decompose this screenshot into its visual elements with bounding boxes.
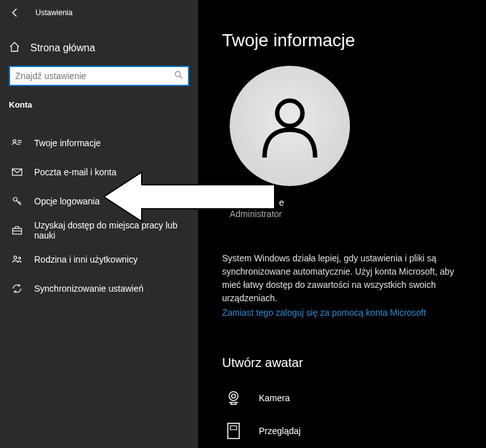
home-link[interactable]: Strona główna	[0, 35, 198, 61]
search-icon	[174, 70, 183, 82]
svg-point-13	[229, 392, 238, 401]
sync-icon	[11, 283, 23, 294]
nav-signin-options[interactable]: Opcje logowania	[0, 187, 198, 216]
nav-family[interactable]: Rodzina i inni użytkownicy	[0, 245, 198, 274]
svg-point-0	[175, 72, 180, 77]
home-icon	[9, 41, 20, 55]
page-title: Twoje informacje	[222, 30, 473, 51]
briefcase-icon	[11, 225, 23, 236]
nav-label: Opcje logowania	[34, 196, 100, 206]
account-name: e	[279, 197, 473, 208]
svg-point-12	[277, 101, 302, 126]
svg-point-10	[14, 256, 17, 259]
search-box[interactable]	[9, 66, 189, 86]
nav-your-info[interactable]: Twoje informacje	[0, 128, 198, 158]
nav-list: Twoje informacje Poczta e-mail i konta O…	[0, 128, 198, 303]
create-avatar-heading: Utwórz awatar	[222, 356, 473, 370]
people-icon	[11, 254, 23, 265]
key-icon	[11, 196, 23, 207]
profile-avatar	[230, 66, 350, 186]
nav-label: Twoje informacje	[34, 138, 101, 148]
nav-email[interactable]: Poczta e-mail i konta	[0, 158, 198, 187]
search-input[interactable]	[10, 67, 188, 85]
sync-description: System Windows działa lepiej, gdy ustawi…	[222, 252, 473, 305]
person-card-icon	[11, 137, 23, 149]
signin-microsoft-link[interactable]: Zamiast tego zaloguj się za pomocą konta…	[222, 308, 473, 318]
content-pane: Twoje informacje e Administrator System …	[198, 0, 486, 448]
back-button[interactable]	[8, 5, 23, 20]
svg-point-2	[13, 140, 16, 142]
nav-work-access[interactable]: Uzyskaj dostęp do miejsca pracy lub nauk…	[0, 216, 198, 245]
mail-icon	[11, 166, 23, 178]
nav-sync[interactable]: Synchronizowanie ustawień	[0, 274, 198, 303]
window-title: Ustawienia	[35, 8, 73, 17]
svg-point-14	[232, 394, 235, 398]
titlebar: Ustawienia	[0, 0, 198, 25]
person-icon	[252, 88, 328, 164]
nav-label: Poczta e-mail i konta	[34, 167, 116, 177]
category-label: Konta	[0, 86, 198, 115]
camera-icon	[222, 389, 245, 408]
create-avatar-section: Utwórz awatar Kamera Przeglądaj	[222, 356, 473, 447]
account-role: Administrator	[230, 209, 473, 219]
svg-point-11	[18, 257, 20, 259]
svg-line-1	[180, 76, 182, 78]
nav-label: Uzyskaj dostęp do miejsca pracy lub nauk…	[34, 220, 198, 240]
home-label: Strona główna	[30, 42, 95, 54]
browse-icon	[222, 421, 245, 440]
search-container	[0, 61, 198, 86]
settings-sidebar: Ustawienia Strona główna Konta Twoje inf…	[0, 0, 198, 448]
svg-rect-16	[230, 426, 237, 430]
avatar-camera-label: Kamera	[259, 393, 290, 403]
nav-label: Rodzina i inni użytkownicy	[34, 254, 137, 264]
arrow-left-icon	[10, 8, 20, 18]
avatar-browse-label: Przeglądaj	[259, 426, 301, 436]
nav-label: Synchronizowanie ustawień	[34, 283, 144, 294]
avatar-browse-option[interactable]: Przeglądaj	[222, 414, 473, 447]
avatar-camera-option[interactable]: Kamera	[222, 382, 473, 414]
